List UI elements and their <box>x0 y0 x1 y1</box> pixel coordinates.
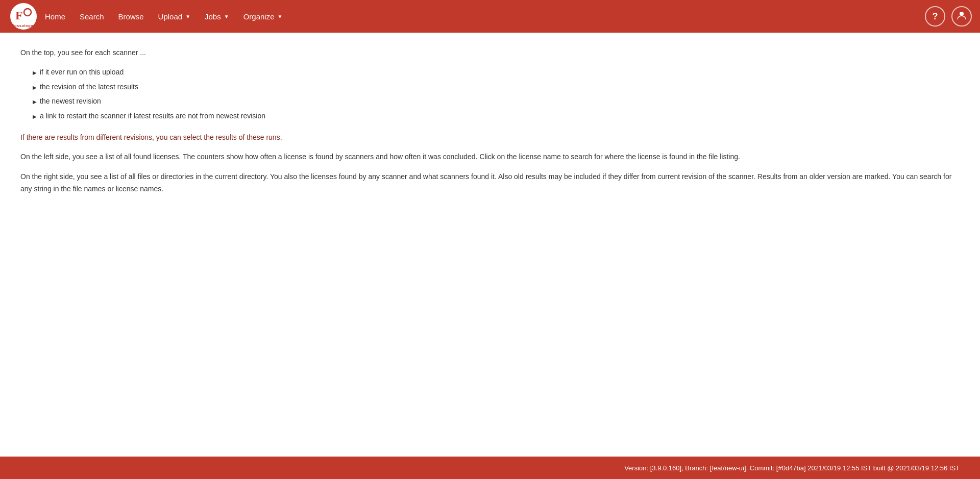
nav-link-search[interactable]: Search <box>74 8 110 25</box>
nav-item-upload[interactable]: Upload ▼ <box>152 8 197 25</box>
help-button[interactable]: ? <box>925 6 945 27</box>
navbar: F fossology Home Search Browse Upload ▼ … <box>0 0 980 33</box>
svg-text:fossology: fossology <box>13 23 33 28</box>
paragraph-left-side: On the left side, you see a list of all … <box>20 151 960 163</box>
logo[interactable]: F fossology <box>8 3 39 30</box>
upload-dropdown-arrow: ▼ <box>185 14 190 19</box>
nav-link-home[interactable]: Home <box>39 8 71 25</box>
nav-link-upload[interactable]: Upload ▼ <box>152 8 197 25</box>
paragraph-revisions: If there are results from different revi… <box>20 132 960 143</box>
nav-item-home[interactable]: Home <box>39 8 71 25</box>
nav-item-browse[interactable]: Browse <box>112 8 150 25</box>
nav-menu: Home Search Browse Upload ▼ Jobs ▼ Organ… <box>39 8 925 25</box>
version-text: Version: [3.9.0.160], Branch: [feat/new-… <box>624 464 960 472</box>
nav-item-organize[interactable]: Organize ▼ <box>237 8 289 25</box>
nav-item-search[interactable]: Search <box>74 8 110 25</box>
svg-text:F: F <box>15 9 23 22</box>
bullet-arrow-4: ▶ <box>33 113 37 121</box>
footer: Version: [3.9.0.160], Branch: [feat/new-… <box>0 457 980 479</box>
bullet-arrow-1: ▶ <box>33 69 37 77</box>
list-item: ▶ the revision of the latest results <box>33 81 960 92</box>
list-item: ▶ the newest revision <box>33 95 960 107</box>
main-content: On the top, you see for each scanner ...… <box>0 33 980 457</box>
svg-point-4 <box>960 12 964 16</box>
help-icon: ? <box>933 11 938 22</box>
navbar-right: ? <box>925 6 972 27</box>
bullet-arrow-2: ▶ <box>33 84 37 92</box>
user-button[interactable] <box>951 6 972 27</box>
bullet-list: ▶ if it ever run on this upload ▶ the re… <box>33 66 960 121</box>
list-item: ▶ a link to restart the scanner if lates… <box>33 110 960 121</box>
nav-link-jobs[interactable]: Jobs ▼ <box>199 8 235 25</box>
user-icon <box>957 10 967 23</box>
nav-link-browse[interactable]: Browse <box>112 8 150 25</box>
list-item: ▶ if it ever run on this upload <box>33 66 960 78</box>
jobs-dropdown-arrow: ▼ <box>224 14 229 19</box>
bullet-arrow-3: ▶ <box>33 98 37 106</box>
organize-dropdown-arrow: ▼ <box>278 14 283 19</box>
nav-item-jobs[interactable]: Jobs ▼ <box>199 8 235 25</box>
intro-paragraph: On the top, you see for each scanner ... <box>20 47 960 58</box>
nav-link-organize[interactable]: Organize ▼ <box>237 8 289 25</box>
paragraph-right-side: On the right side, you see a list of all… <box>20 171 960 194</box>
